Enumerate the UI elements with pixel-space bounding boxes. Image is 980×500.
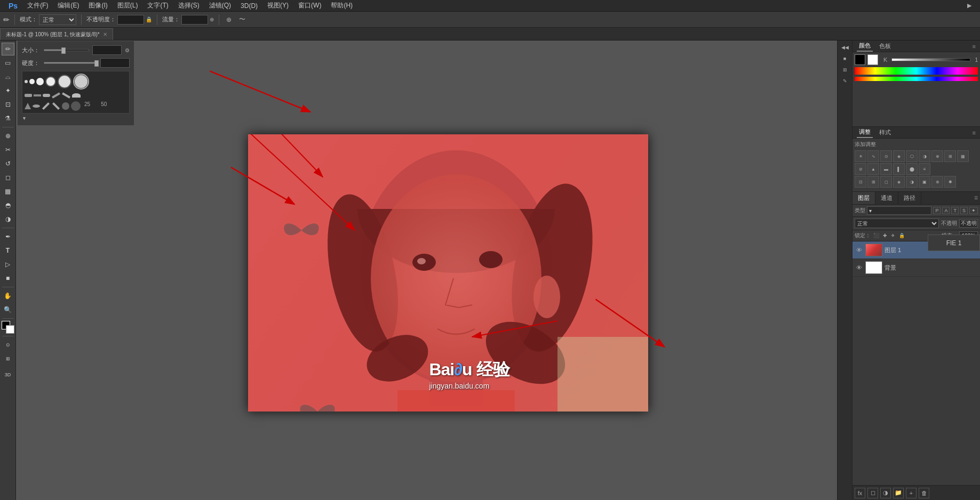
brush-preset-13[interactable] <box>25 103 31 109</box>
brush-preset-3[interactable] <box>36 78 44 85</box>
adjust-curves[interactable]: ∿ <box>867 150 879 162</box>
tool-gradient[interactable]: ▦ <box>2 185 14 198</box>
brush-preset-15[interactable] <box>42 105 50 107</box>
hue-bar[interactable] <box>855 77 978 81</box>
adjust-a4[interactable]: ◈ <box>893 176 905 188</box>
adjust-a2[interactable]: ⊞ <box>867 176 879 188</box>
tool-text[interactable]: T <box>2 244 14 257</box>
adjust-photofilter[interactable]: ⊕ <box>931 150 943 162</box>
adjust-exposure[interactable]: ⊙ <box>880 150 892 162</box>
airbrush-btn[interactable]: ⊕ <box>224 16 234 23</box>
menu-help[interactable]: 帮助(H) <box>326 0 357 11</box>
brush-preset-17[interactable] <box>62 102 69 110</box>
tool-blur[interactable]: ◓ <box>2 199 14 212</box>
menu-layer[interactable]: 图层(L) <box>113 0 142 11</box>
panel-icon-1[interactable]: ■ <box>839 54 851 63</box>
kind-filter-pixel[interactable]: P <box>933 207 941 214</box>
layer-adjust-btn[interactable]: ◑ <box>880 488 891 498</box>
tool-hand[interactable]: ✋ <box>2 289 14 302</box>
layer-mask-btn[interactable]: ◻ <box>867 488 878 498</box>
tool-heal[interactable]: ⊕ <box>2 130 14 142</box>
brush-preset-2[interactable] <box>29 79 35 84</box>
adjust-gradient-map[interactable]: ▌ <box>893 163 905 175</box>
tool-zoom[interactable]: 🔍 <box>2 303 14 316</box>
layer-mode-select[interactable]: 正常 <box>855 219 939 228</box>
panel-icon-3[interactable]: ✎ <box>839 76 851 86</box>
brush-settings-icon[interactable]: ⚙ <box>125 47 130 53</box>
layer-item-bg[interactable]: 👁 背景 <box>852 259 980 277</box>
brush-preset-9[interactable] <box>43 94 50 97</box>
menu-right-btn[interactable]: ▶ <box>963 2 976 9</box>
kind-filter-shape[interactable]: S <box>960 207 968 214</box>
lock-move-btn[interactable]: ✈ <box>890 232 896 239</box>
tool-brush[interactable]: ✏ <box>2 43 14 55</box>
layer-fx-btn[interactable]: fx <box>855 488 865 498</box>
tool-history-brush[interactable]: ↺ <box>2 157 14 170</box>
brush-preset-16[interactable] <box>52 105 60 107</box>
brush-preset-5[interactable] <box>58 75 71 88</box>
brush-preset-14[interactable] <box>33 104 40 108</box>
brush-hardness-input[interactable]: 100% <box>100 58 130 68</box>
brush-preset-7[interactable] <box>25 94 32 97</box>
kind-select[interactable]: ▾ <box>867 206 931 215</box>
menu-filter[interactable]: 滤镜(Q) <box>205 0 235 11</box>
adjust-a8[interactable]: ✱ <box>944 176 956 188</box>
menu-view[interactable]: 视图(Y) <box>263 0 293 11</box>
adjust-levels[interactable]: ≡ <box>919 163 930 175</box>
adjust-a3[interactable]: ◻ <box>880 176 892 188</box>
lock-all-btn[interactable]: 🔒 <box>898 232 906 239</box>
brush-panel-expand[interactable]: ▼ <box>22 116 27 121</box>
color-tab[interactable]: 颜色 <box>857 41 873 52</box>
layers-panel-menu[interactable]: ≡ <box>972 192 980 204</box>
bg-color[interactable] <box>6 325 14 334</box>
ps-logo[interactable]: Ps <box>4 1 22 11</box>
tool-select-rect[interactable]: ▭ <box>2 57 14 69</box>
lock-gradient-btn[interactable]: ✚ <box>882 232 888 239</box>
tool-3d[interactable]: 3D <box>2 368 14 381</box>
kind-filter-text[interactable]: T <box>951 207 959 214</box>
tab-1[interactable]: 未标题-1 @ 100% (图层 1, 快速蒙版/8)* ✕ <box>0 28 113 40</box>
brush-preset-4[interactable] <box>45 76 56 87</box>
tool-magic-wand[interactable]: ✦ <box>2 84 14 97</box>
adjust-a5[interactable]: ◑ <box>906 176 918 188</box>
adjust-brightness[interactable]: ☀ <box>855 150 866 162</box>
brush-preset-18[interactable] <box>71 101 81 111</box>
color-spectrum[interactable] <box>855 67 978 75</box>
tool-lasso[interactable]: ⌓ <box>2 70 14 83</box>
fg-bg-colors[interactable] <box>2 321 14 334</box>
layer-bg-visibility[interactable]: 👁 <box>855 263 863 272</box>
kind-filter-smart[interactable]: ✦ <box>969 207 978 214</box>
brush-preset-12[interactable] <box>72 93 81 98</box>
adjust-panel-menu[interactable]: ≡ <box>973 130 976 136</box>
tool-path[interactable]: ▷ <box>2 258 14 271</box>
brush-preset-1[interactable] <box>25 80 28 83</box>
smoothing-btn[interactable]: 〜 <box>237 15 248 24</box>
adjust-invert[interactable]: ⊘ <box>855 163 866 175</box>
menu-3d[interactable]: 3D(D) <box>236 1 262 11</box>
tool-dodge[interactable]: ◑ <box>2 213 14 225</box>
menu-select[interactable]: 选择(S) <box>174 0 204 11</box>
tool-quick-mask[interactable]: ⊙ <box>2 338 14 351</box>
panel-icon-2[interactable]: ⊞ <box>839 65 851 75</box>
opacity-input[interactable]: 100% <box>117 15 144 25</box>
lock-pixel-btn[interactable]: ⬛ <box>872 232 880 239</box>
menu-image[interactable]: 图像(I) <box>84 0 111 11</box>
layers-tab-channels[interactable]: 通道 <box>875 192 898 204</box>
adjust-a1[interactable]: ⊡ <box>855 176 866 188</box>
adjust-colorlookup[interactable]: ▦ <box>957 150 969 162</box>
adjust-tab[interactable]: 调整 <box>857 127 873 138</box>
menu-text[interactable]: 文字(T) <box>143 0 172 11</box>
opacity-lock-icon[interactable]: 🔒 <box>146 17 152 22</box>
brush-size-slider[interactable] <box>44 49 89 51</box>
menu-edit[interactable]: 编辑(E) <box>53 0 83 11</box>
layers-tab-layers[interactable]: 图层 <box>852 192 875 204</box>
tool-shape[interactable]: ■ <box>2 272 14 285</box>
tool-eyedropper[interactable]: ⚗ <box>2 112 14 125</box>
k-slider[interactable] <box>891 58 970 61</box>
tool-clone[interactable]: ✂ <box>2 143 14 156</box>
layers-tab-paths[interactable]: 路径 <box>898 192 921 204</box>
style-tab[interactable]: 样式 <box>877 127 893 138</box>
adjust-channelmixer[interactable]: ⊞ <box>944 150 956 162</box>
brush-preset-6[interactable] <box>73 74 89 90</box>
brush-size-input[interactable]: 56 像素 <box>92 45 122 55</box>
